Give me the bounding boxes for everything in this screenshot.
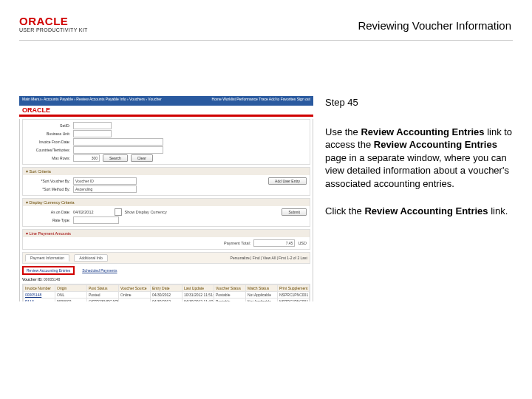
- cell-origin: 9000002: [55, 299, 87, 302]
- brand-main: ORACLE: [19, 15, 88, 27]
- label-show-display-currency: Show Display Currency: [125, 210, 167, 214]
- show-display-currency-checkbox[interactable]: [115, 208, 122, 216]
- cell-last-update: 10/31/2012 11:51:17AM: [183, 292, 214, 299]
- payment-total-val: 7.45: [253, 239, 295, 247]
- label-business-unit: Business Unit:: [26, 132, 70, 136]
- page-title: Reviewing Voucher Information: [358, 19, 511, 32]
- business-unit-input[interactable]: [73, 130, 112, 137]
- tabs-row: Payment Information Additional Info Pers…: [22, 252, 310, 264]
- label-sort-method: *Sort Method By:: [26, 187, 70, 191]
- grid-nav[interactable]: Personalize | Find | View All | First 1-…: [231, 256, 307, 260]
- p2-text-a: Click the: [325, 205, 364, 216]
- oracle-bar: ORACLE: [19, 106, 313, 115]
- voucher-grid: Invoice Number Origin Post Status Vouche…: [22, 284, 310, 301]
- search-criteria-section: SetID: Business Unit: Invoice From Date:…: [22, 119, 310, 165]
- cell-entry-date: 04/30/2012: [151, 292, 183, 299]
- sort-criteria-header[interactable]: ▾ Sort Criteria: [23, 168, 310, 175]
- line-payment-section: ▾ Line Payment Amounts Payment Total: 7.…: [22, 229, 310, 250]
- sort-criteria-section: ▾ Sort Criteria *Sort Voucher By: Vouche…: [22, 167, 310, 196]
- tab-payment-info[interactable]: Payment Information: [25, 254, 69, 262]
- col-print-supplement: Print Supplement: [278, 285, 310, 292]
- max-rows-input[interactable]: 300: [73, 154, 100, 162]
- oracle-brand: ORACLE USER PRODUCTIVITY KIT: [19, 15, 88, 33]
- scheduled-payments-link[interactable]: Scheduled Payments: [82, 268, 117, 273]
- cell-entry-date: 04/30/2012: [151, 299, 183, 302]
- voucher-id-row: Voucher ID: 00005148: [22, 277, 310, 282]
- instruction-paragraph-2: Click the Review Accounting Entries link…: [325, 205, 514, 218]
- label-rate-type: Rate Type:: [26, 218, 70, 222]
- label-countries: Countries/Territories:: [26, 148, 70, 152]
- cell-invoice[interactable]: 00005148: [24, 292, 55, 299]
- label-payment-total: Payment Total:: [224, 241, 250, 245]
- label-sort-by: *Sort Voucher By:: [26, 179, 70, 183]
- p1-bold-b: Review Accounting Entries: [361, 126, 484, 137]
- cell-invoice[interactable]: P113: [24, 299, 55, 302]
- doc-header: ORACLE USER PRODUCTIVITY KIT Reviewing V…: [0, 12, 532, 47]
- col-voucher-status: Voucher Status: [214, 285, 246, 292]
- col-origin: Origin: [55, 285, 87, 292]
- voucher-link-row: Review Accounting Entries Scheduled Paym…: [22, 266, 310, 275]
- tab-additional-info[interactable]: Additional Info: [74, 254, 108, 262]
- display-currency-header[interactable]: ▾ Display Currency Criteria: [23, 199, 310, 206]
- p2-text-c: link.: [488, 205, 508, 216]
- red-separator-bar: [19, 115, 313, 117]
- col-invoice-number: Invoice Number: [24, 285, 55, 292]
- add-user-entry-button[interactable]: Add User Entry: [268, 177, 307, 185]
- submit-button[interactable]: Submit: [282, 208, 307, 216]
- cell-voucher-status: Postable: [214, 299, 246, 302]
- col-last-update: Last Update: [183, 285, 214, 292]
- step-number: Step 45: [325, 96, 514, 109]
- brand-sub: USER PRODUCTIVITY KIT: [19, 27, 88, 33]
- p2-bold-b: Review Accounting Entries: [364, 205, 488, 216]
- sort-by-select[interactable]: Voucher ID: [73, 177, 137, 185]
- sort-method-select[interactable]: Ascending: [73, 185, 137, 193]
- cell-post-status: OSTR2304PCARD: [87, 299, 119, 302]
- label-as-on-date: As on Date:: [26, 210, 70, 214]
- p1-text-e: page in a separate window, where you can…: [325, 152, 509, 189]
- label-setid: SetID:: [26, 123, 70, 128]
- app-screenshot: Main Menu › Accounts Payable › Review Ac…: [19, 96, 313, 301]
- label-voucher-id: Voucher ID:: [22, 277, 43, 282]
- cell-print-supp: NSPRC1PNC001: [278, 299, 310, 302]
- table-row[interactable]: P113 9000002 OSTR2304PCARD 04/30/2012 04…: [24, 299, 310, 302]
- cell-match-status: Not Applicable: [246, 299, 278, 302]
- cell-voucher-status: Postable: [214, 292, 246, 299]
- col-post-status: Post Status: [87, 285, 119, 292]
- cell-post-status: Posted: [87, 292, 119, 299]
- cell-origin: ONL: [55, 292, 87, 299]
- p1-text-a: Use the: [325, 126, 361, 137]
- cell-source: Online: [119, 292, 151, 299]
- header-rule: [19, 40, 513, 41]
- table-row[interactable]: 00005148 ONL Posted Online 04/30/2012 10…: [24, 292, 310, 299]
- breadcrumb: Main Menu › Accounts Payable › Review Ac…: [22, 97, 162, 101]
- review-accounting-entries-link[interactable]: Review Accounting Entries: [22, 266, 75, 275]
- voucher-id-value: 00005148: [44, 277, 60, 282]
- instruction-paragraph-1: Use the Review Accounting Entries link t…: [325, 126, 514, 191]
- table-header-row: Invoice Number Origin Post Status Vouche…: [24, 285, 310, 292]
- label-max-rows: Max Rows:: [26, 156, 70, 160]
- search-button[interactable]: Search: [103, 154, 128, 162]
- col-entry-date: Entry Date: [151, 285, 183, 292]
- display-currency-section: ▾ Display Currency Criteria As on Date: …: [22, 198, 310, 227]
- clear-button[interactable]: Clear: [131, 154, 153, 162]
- breadcrumb-bar: Main Menu › Accounts Payable › Review Ac…: [19, 96, 313, 106]
- instructions-column: Step 45 Use the Review Accounting Entrie…: [325, 96, 514, 233]
- rate-type-input[interactable]: [73, 216, 119, 224]
- screenshot-body: SetID: Business Unit: Invoice From Date:…: [19, 119, 313, 301]
- countries-input[interactable]: [73, 146, 163, 154]
- label-invoice-from: Invoice From Date:: [26, 140, 70, 144]
- setid-input[interactable]: [73, 122, 112, 129]
- p1-bold-d: Review Accounting Entries: [374, 139, 497, 150]
- col-voucher-source: Voucher Source: [119, 285, 151, 292]
- cell-match-status: Not Applicable: [246, 292, 278, 299]
- payment-total-currency: USD: [298, 241, 307, 245]
- col-match-status: Match Status: [246, 285, 278, 292]
- top-links: Home Worklist Performance Trace Add to F…: [211, 97, 310, 101]
- cell-last-update: 04/30/2012 11:47:41AM: [183, 299, 214, 302]
- as-on-date-val: 04/02/2012: [73, 210, 94, 214]
- cell-print-supp: NSPRC1PNC001: [278, 292, 310, 299]
- line-payment-header[interactable]: ▾ Line Payment Amounts: [23, 230, 310, 237]
- cell-source: [119, 299, 151, 302]
- invoice-from-input[interactable]: [73, 138, 163, 146]
